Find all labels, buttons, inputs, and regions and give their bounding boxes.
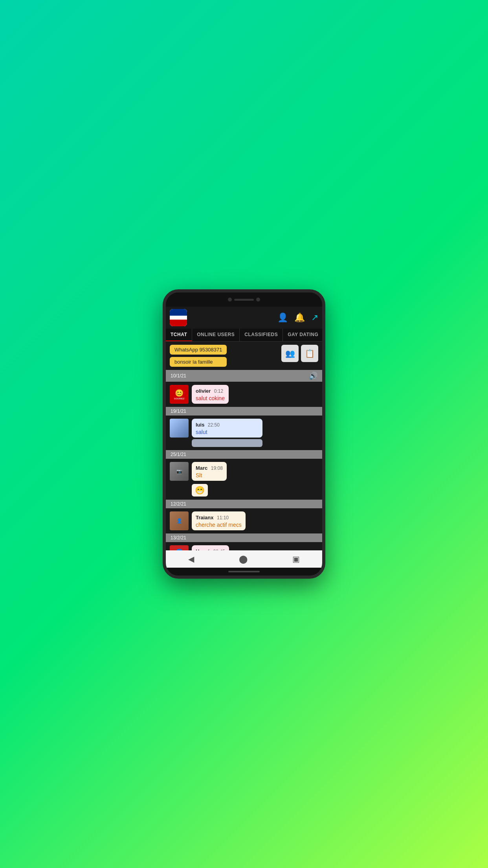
flag-blue (170, 309, 187, 316)
home-button[interactable]: ⬤ (239, 554, 248, 564)
bubble-traianx[interactable]: Traianx 11:10 cherche actif mecs (192, 511, 246, 530)
bell-icon[interactable]: 🔔 (294, 313, 305, 323)
name-luis: luis (196, 422, 204, 428)
date-separator-3: 25/1/21 (166, 450, 322, 459)
whatsapp-message[interactable]: WhatsApp 95308371 (170, 345, 227, 355)
name-marc: Marc (196, 465, 207, 471)
date-label-5: 13/2/21 (171, 535, 186, 541)
message-row-traianx: 👤 Traianx 11:10 cherche actif mecs (166, 508, 322, 533)
app-logo (170, 309, 187, 326)
time-marc: 19:08 (211, 465, 223, 471)
bubble-header-olivier: olivier 0:12 (196, 387, 225, 394)
avatar-herve[interactable]: 👤 (170, 545, 189, 550)
group-detail-icon[interactable]: 📋 (301, 345, 318, 362)
tab-online-users[interactable]: ONLINE USERS (192, 329, 240, 341)
home-indicator (228, 571, 260, 572)
avatar-olivier[interactable]: 😊 SOURIEZ (170, 385, 189, 404)
header-icons: 👤 🔔 ↗ (277, 313, 318, 323)
recents-button[interactable]: ▣ (292, 554, 300, 564)
group-list-icon[interactable]: 👥 (281, 345, 299, 362)
bottom-nav: ◀ ⬤ ▣ (166, 550, 322, 568)
time-traianx: 11:10 (217, 515, 229, 520)
extra-bubble-luis (192, 439, 262, 447)
tab-tchat[interactable]: TCHAT (166, 329, 192, 341)
speaker-bar (234, 299, 254, 301)
date-label-2: 19/1/21 (171, 408, 186, 414)
phone-frame: 👤 🔔 ↗ TCHAT ONLINE USERS CLASSIFIEDS GAY… (163, 289, 325, 579)
time-luis: 22:50 (208, 422, 220, 428)
date-separator-1: 10/1/21 🔊 (166, 370, 322, 382)
date-label-3: 25/1/21 (171, 452, 186, 457)
name-traianx: Traianx (196, 515, 214, 520)
time-olivier: 0:12 (214, 388, 223, 394)
message-row-luis: luis 22:50 salut (166, 416, 322, 450)
date-label-1: 10/1/21 (171, 373, 186, 379)
flag-white (170, 316, 187, 320)
message-row-olivier: 😊 SOURIEZ olivier 0:12 salut cokine (166, 382, 322, 407)
name-olivier: olivier (196, 388, 211, 394)
message-row-herve: 👤 Hervé 20:45 cc (166, 542, 322, 550)
group-icons: 👥 📋 (281, 345, 318, 362)
date-separator-4: 12/2/21 (166, 500, 322, 508)
logo-flag (170, 309, 187, 326)
tab-classifieds[interactable]: CLASSIFIEDS (240, 329, 283, 341)
camera-dot-2 (256, 298, 260, 302)
camera-dot (228, 298, 232, 302)
share-icon[interactable]: ↗ (311, 313, 318, 323)
text-luis: salut (196, 429, 259, 435)
app-header: 👤 🔔 ↗ (166, 307, 322, 329)
tab-gay-dating[interactable]: GAY DATING (283, 329, 322, 341)
bonsoir-message[interactable]: bonsoir la famille (170, 357, 227, 367)
bubble-header-traianx: Traianx 11:10 (196, 514, 242, 521)
bubble-olivier[interactable]: olivier 0:12 salut cokine (192, 385, 229, 404)
sound-icon[interactable]: 🔊 (309, 371, 317, 380)
marc-emoji-area: 😁 (166, 484, 322, 500)
message-row-marc: 📷 Marc 19:08 Slt (166, 459, 322, 484)
bubble-header-herve: Hervé 20:45 (196, 548, 225, 550)
avatar-luis[interactable] (170, 419, 189, 438)
top-msg-boxes: WhatsApp 95308371 bonsoir la famille (170, 345, 227, 367)
bubble-herve[interactable]: Hervé 20:45 cc (192, 545, 229, 550)
text-olivier: salut cokine (196, 395, 225, 401)
nav-tabs: TCHAT ONLINE USERS CLASSIFIEDS GAY DATIN… (166, 329, 322, 342)
phone-bottom-bar (166, 568, 322, 576)
date-separator-5: 13/2/21 (166, 533, 322, 542)
camera-area (228, 298, 260, 302)
text-marc: Slt (196, 472, 223, 478)
bubble-header-luis: luis 22:50 (196, 421, 259, 428)
chat-content: WhatsApp 95308371 bonsoir la famille 👥 📋… (166, 342, 322, 550)
phone-top-bar (166, 292, 322, 307)
person-icon[interactable]: 👤 (277, 313, 288, 323)
avatar-marc[interactable]: 📷 (170, 462, 189, 481)
avatar-traianx[interactable]: 👤 (170, 511, 189, 530)
flag-red (170, 320, 187, 326)
bubble-luis[interactable]: luis 22:50 salut (192, 419, 262, 438)
date-label-4: 12/2/21 (171, 501, 186, 507)
text-traianx: cherche actif mecs (196, 522, 242, 528)
bubble-header-marc: Marc 19:08 (196, 464, 223, 471)
bubble-marc[interactable]: Marc 19:08 Slt (192, 462, 227, 481)
date-separator-2: 19/1/21 (166, 407, 322, 416)
marc-emoji: 😁 (192, 484, 208, 497)
back-button[interactable]: ◀ (188, 554, 194, 564)
top-messages: WhatsApp 95308371 bonsoir la famille 👥 📋 (166, 342, 322, 370)
